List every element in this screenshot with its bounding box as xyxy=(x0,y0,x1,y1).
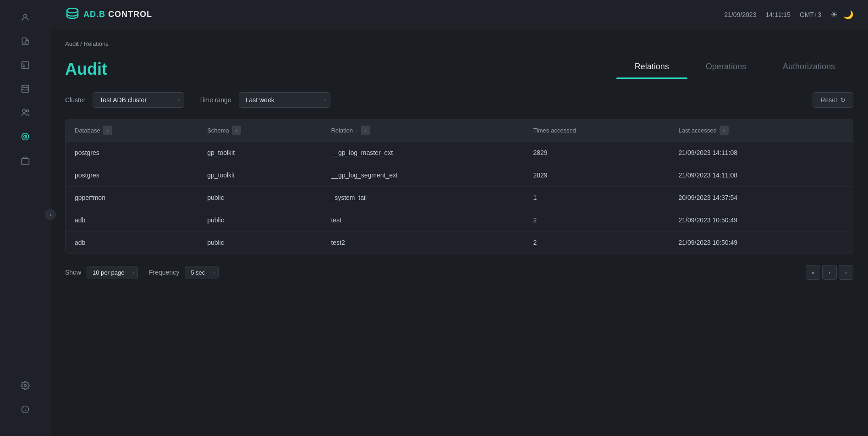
breadcrumb: Audit / Relations xyxy=(65,40,853,47)
frequency-select[interactable]: 5 sec xyxy=(185,266,219,279)
cell-database: adb xyxy=(66,209,198,232)
cell-relation: test xyxy=(322,209,524,232)
last-accessed-filter-icon[interactable]: › xyxy=(720,126,729,135)
filters-row: Cluster Test ADB cluster › Time range La… xyxy=(65,92,853,108)
data-table: Database › Schema › xyxy=(65,119,853,254)
frequency-select-wrapper: 5 sec › xyxy=(185,266,219,279)
logo-text: AD.B CONTROL xyxy=(83,10,152,19)
time-range-select-wrapper: Last week › xyxy=(239,92,330,108)
first-page-button[interactable]: « xyxy=(806,265,820,280)
pagination-row: Show 10 per page › Frequency 5 sec › « xyxy=(65,265,853,280)
cell-database: adb xyxy=(66,232,198,254)
reset-label: Reset xyxy=(820,96,837,104)
svg-point-11 xyxy=(24,385,26,387)
per-page-select[interactable]: 10 per page xyxy=(87,266,138,279)
time-range-label: Time range xyxy=(199,96,231,104)
cell-last_accessed: 21/09/2023 14:11:08 xyxy=(670,164,853,187)
sidebar xyxy=(0,0,50,436)
breadcrumb-current: Relations xyxy=(84,40,109,47)
svg-point-0 xyxy=(23,14,27,17)
table-row: gpperfmonpublic_system_tail120/09/2023 1… xyxy=(66,187,853,209)
logo: AD.B CONTROL xyxy=(65,6,152,23)
schema-filter-icon[interactable]: › xyxy=(232,126,241,135)
cell-database: postgres xyxy=(66,142,198,164)
svg-point-7 xyxy=(26,110,28,112)
table-row: postgresgp_toolkit__gp_log_master_ext282… xyxy=(66,142,853,164)
cell-schema: public xyxy=(198,187,322,209)
user-icon[interactable]: 🌙 xyxy=(843,10,853,20)
table-row: adbpublictest2221/09/2023 10:50:49 xyxy=(66,232,853,254)
relation-sort-icon[interactable]: ↓ xyxy=(356,127,358,133)
svg-point-5 xyxy=(22,85,28,88)
col-header-times-accessed: Times accessed xyxy=(524,119,669,142)
reset-icon: ↻ xyxy=(840,96,846,104)
reset-button[interactable]: Reset ↻ xyxy=(813,92,853,108)
sidebar-item-export[interactable] xyxy=(15,31,35,51)
header-icons: ☀ 🌙 xyxy=(830,10,853,20)
col-header-last-accessed: Last accessed › xyxy=(670,119,853,142)
page-header-row: Audit Relations Operations Authorization… xyxy=(65,56,853,79)
database-filter-icon[interactable]: › xyxy=(103,126,112,135)
per-page-select-wrapper: 10 per page › xyxy=(87,266,138,279)
tab-authorizations[interactable]: Authorizations xyxy=(764,56,853,79)
svg-rect-10 xyxy=(21,159,29,165)
pagination-buttons: « ‹ › xyxy=(806,265,853,280)
cell-times_accessed: 2829 xyxy=(524,164,669,187)
cluster-select[interactable]: Test ADB cluster xyxy=(93,92,184,108)
main-content: AD.B CONTROL 21/09/2023 14:11:15 GMT+3 ☀… xyxy=(50,0,868,436)
cell-times_accessed: 1 xyxy=(524,187,669,209)
tab-relations[interactable]: Relations xyxy=(616,56,687,79)
cell-last_accessed: 21/09/2023 10:50:49 xyxy=(670,232,853,254)
cluster-label: Cluster xyxy=(65,96,85,104)
show-label: Show xyxy=(65,269,81,276)
prev-page-button[interactable]: ‹ xyxy=(822,265,837,280)
sidebar-item-briefcase[interactable] xyxy=(15,150,35,171)
header-time: 14:11:15 xyxy=(765,11,791,18)
next-page-button[interactable]: › xyxy=(839,265,853,280)
cell-schema: gp_toolkit xyxy=(198,142,322,164)
cell-times_accessed: 2 xyxy=(524,209,669,232)
frequency-label: Frequency xyxy=(149,269,179,276)
sidebar-item-users[interactable] xyxy=(15,103,35,123)
cell-schema: gp_toolkit xyxy=(198,164,322,187)
col-header-relation: Relation ↓ › xyxy=(322,119,524,142)
col-header-database: Database › xyxy=(66,119,198,142)
header-datetime: 21/09/2023 14:11:15 GMT+3 ☀ 🌙 xyxy=(724,10,853,20)
cell-last_accessed: 21/09/2023 10:50:49 xyxy=(670,209,853,232)
content-area: Audit / Relations Audit Relations Operat… xyxy=(50,29,868,436)
cell-times_accessed: 2 xyxy=(524,232,669,254)
sidebar-item-audit[interactable] xyxy=(15,127,35,147)
sidebar-toggle[interactable]: › xyxy=(45,209,56,220)
header-date: 21/09/2023 xyxy=(724,11,756,18)
tab-operations[interactable]: Operations xyxy=(687,56,764,79)
cell-last_accessed: 20/09/2023 14:37:54 xyxy=(670,187,853,209)
cluster-select-wrapper: Test ADB cluster › xyxy=(93,92,184,108)
col-header-schema: Schema › xyxy=(198,119,322,142)
svg-point-15 xyxy=(67,8,78,13)
page-title: Audit xyxy=(65,60,107,79)
cell-database: postgres xyxy=(66,164,198,187)
sidebar-item-chart[interactable] xyxy=(15,55,35,75)
cell-last_accessed: 21/09/2023 14:11:08 xyxy=(670,142,853,164)
breadcrumb-parent: Audit xyxy=(65,40,79,47)
table-row: adbpublictest221/09/2023 10:50:49 xyxy=(66,209,853,232)
svg-point-6 xyxy=(22,110,26,113)
table-header-row: Database › Schema › xyxy=(66,119,853,142)
breadcrumb-separator: / xyxy=(80,40,83,47)
relation-filter-icon[interactable]: › xyxy=(361,126,370,135)
cell-relation: test2 xyxy=(322,232,524,254)
header: AD.B CONTROL 21/09/2023 14:11:15 GMT+3 ☀… xyxy=(50,0,868,29)
cell-database: gpperfmon xyxy=(66,187,198,209)
logo-icon xyxy=(65,6,80,23)
sidebar-item-database[interactable] xyxy=(15,79,35,99)
cell-relation: __gp_log_segment_ext xyxy=(322,164,524,187)
theme-icon[interactable]: ☀ xyxy=(830,10,838,20)
sidebar-item-settings[interactable] xyxy=(15,375,35,396)
sidebar-item-user[interactable] xyxy=(15,7,35,28)
tabs: Relations Operations Authorizations xyxy=(616,56,853,79)
sidebar-item-info[interactable] xyxy=(15,399,35,419)
cell-schema: public xyxy=(198,209,322,232)
time-range-select[interactable]: Last week xyxy=(239,92,330,108)
svg-rect-4 xyxy=(22,62,28,69)
cell-relation: _system_tail xyxy=(322,187,524,209)
